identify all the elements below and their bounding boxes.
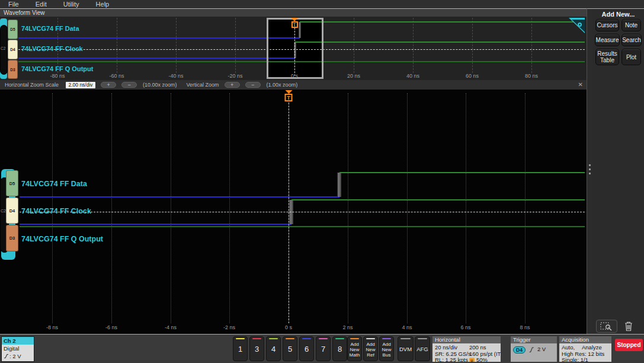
channel-badge-d3[interactable]: D3 xyxy=(6,225,18,251)
trash-button[interactable] xyxy=(623,320,634,333)
waveform-D4-high xyxy=(295,42,585,43)
trigger-title: Trigger xyxy=(511,336,557,343)
channel-4-color-stripe xyxy=(269,338,278,339)
waveform-view-title: Waveform View xyxy=(0,9,587,17)
channel-7-color-stripe xyxy=(319,338,328,339)
channel2-badge[interactable]: Ch 2 Digital : 2 V xyxy=(1,336,34,362)
rising-edge-icon xyxy=(528,346,534,353)
channel-8-button[interactable]: 8 xyxy=(332,336,347,361)
channel-label-d5[interactable]: 74LVCG74 FF Data xyxy=(21,180,87,188)
axis-tick-label: -60 ns xyxy=(104,73,130,79)
splitter-dots-icon xyxy=(589,164,591,166)
channel-5-button[interactable]: 5 xyxy=(283,336,297,361)
results-table-button[interactable]: Results Table xyxy=(595,49,619,65)
channel-label-d4[interactable]: 74LVCG74 FF Clock xyxy=(21,45,83,52)
waveform-D5-low xyxy=(20,196,339,198)
cursors-button[interactable]: Cursors xyxy=(595,19,619,31)
menu-file[interactable]: File xyxy=(8,1,19,8)
axis-tick-label: 0 s xyxy=(281,73,307,79)
note-button[interactable]: Note xyxy=(621,19,641,31)
channel2-threshold: : 2 V xyxy=(9,352,21,360)
axis-tick-label: 40 ns xyxy=(400,73,426,79)
add-new-bus-button[interactable]: Add New Bus xyxy=(379,336,394,361)
measure-button[interactable]: Measure xyxy=(595,34,620,46)
channel-badge-d4[interactable]: D4 xyxy=(8,40,18,59)
axis-tick-label: -20 ns xyxy=(222,73,248,79)
waveform-view: Waveform View -80 ns-60 ns-40 ns-20 ns0 … xyxy=(0,8,587,334)
trigger-level-line[interactable] xyxy=(20,212,585,212)
horizontal-zoom-scale-value[interactable]: 2.00 ns/div xyxy=(66,82,95,88)
vertical-zoom-factor: (1.00x zoom) xyxy=(267,82,298,88)
trigger-source-badge: D4 xyxy=(513,346,526,354)
channel-6-color-stripe xyxy=(302,338,311,339)
channel-6-button[interactable]: 6 xyxy=(299,336,314,361)
zoomed-waveform-view[interactable]: -8 ns-6 ns-4 ns-2 ns0 s2 ns4 ns6 ns8 ns … xyxy=(0,90,587,334)
waveform-D5-low xyxy=(18,37,300,39)
plot-button[interactable]: Plot xyxy=(621,49,641,65)
channel-badge-d4[interactable]: D4 xyxy=(6,198,18,224)
channel-badge-d5[interactable]: D5 xyxy=(6,170,18,196)
trigger-marker[interactable]: T xyxy=(285,90,293,101)
waveform-D4-low xyxy=(20,224,291,225)
channel-label-d5[interactable]: 74LVCG74 FF Data xyxy=(21,25,79,32)
horizontal-zoom-plus-button[interactable]: + xyxy=(101,82,116,88)
add-new-ref-button[interactable]: Add New Ref xyxy=(363,336,378,361)
splitter-dots-icon xyxy=(589,168,591,170)
menu-utility[interactable]: Utility xyxy=(63,1,79,8)
trash-icon xyxy=(624,321,633,332)
axis-tick-label: 6 ns xyxy=(453,324,479,330)
add-new-panel: Add New... Cursors Note Measure Search R… xyxy=(592,8,644,334)
channel-label-d3[interactable]: 74LVCG74 FF Q Output xyxy=(21,235,103,243)
horizontal-title: Horizontal xyxy=(432,336,501,343)
bus-color-stripe xyxy=(382,338,391,339)
box-zoom-tool-button[interactable] xyxy=(596,320,617,333)
trigger-t-icon: T xyxy=(285,94,293,101)
vertical-zoom-plus-button[interactable]: + xyxy=(225,82,240,88)
channel-7-button[interactable]: 7 xyxy=(316,336,331,361)
menu-edit[interactable]: Edit xyxy=(36,1,47,8)
axis-tick-label: -4 ns xyxy=(158,324,184,330)
channel-label-d4[interactable]: 74LVCG74 FF Clock xyxy=(21,207,91,215)
run-stop-status-button[interactable]: Stopped xyxy=(615,339,643,351)
channel-8-color-stripe xyxy=(335,338,344,339)
vertical-zoom-label: Vertical Zoom xyxy=(187,82,219,88)
vertical-zoom-minus-button[interactable]: − xyxy=(245,82,261,88)
channel-badge-d5[interactable]: D5 xyxy=(8,20,18,39)
zoom-close-icon[interactable]: ✕ xyxy=(578,81,583,88)
channel-4-button[interactable]: 4 xyxy=(266,336,281,361)
afg-stripe xyxy=(418,338,427,339)
panel-splitter[interactable] xyxy=(587,8,592,334)
channel2-name: Ch 2 xyxy=(2,337,34,345)
trigger-marker[interactable]: T xyxy=(291,18,298,28)
axis-tick-label: 80 ns xyxy=(518,73,544,79)
axis-tick-label: 8 ns xyxy=(512,324,538,330)
channel-label-d3[interactable]: 74LVCG74 FF Q Output xyxy=(21,65,93,72)
horizontal-settings-badge[interactable]: Horizontal 20 ns/div200 ns SR: 6.25 GS/s… xyxy=(432,336,501,362)
add-new-math-button[interactable]: Add New Math xyxy=(347,336,362,361)
horizontal-zoom-minus-button[interactable]: − xyxy=(121,82,137,88)
channel-1-color-stripe xyxy=(236,338,245,339)
search-button[interactable]: Search xyxy=(621,34,642,46)
afg-button[interactable]: AFG xyxy=(415,336,430,361)
channel-1-button[interactable]: 1 xyxy=(233,336,248,361)
oscilloscope-app: File Edit Utility Help Waveform View -80… xyxy=(0,0,644,363)
group-label: C2 xyxy=(1,209,6,213)
channel-badge-d3[interactable]: D3 xyxy=(8,60,18,79)
threshold-edge-icon xyxy=(4,354,9,359)
waveform-D3-high xyxy=(20,226,585,227)
acquisition-settings-badge[interactable]: Acquisition Auto,Analyze High Res: 12 bi… xyxy=(559,336,611,362)
channel-5-color-stripe xyxy=(286,338,294,339)
ref-color-stripe xyxy=(366,338,375,339)
channel-3-button[interactable]: 3 xyxy=(249,336,264,361)
math-color-stripe xyxy=(350,338,359,339)
acquisition-title: Acquisition xyxy=(559,336,611,343)
axis-tick-label: -2 ns xyxy=(216,324,242,330)
menu-help[interactable]: Help xyxy=(96,1,110,8)
settings-bar: Ch 2 Digital : 2 V 1 3 4 5 xyxy=(0,334,644,363)
horizontal-zoom-scale-label: Horizontal Zoom Scale xyxy=(5,82,59,88)
draw-a-box-zoom-icon-circle xyxy=(578,23,582,27)
dvm-button[interactable]: DVM xyxy=(398,336,414,361)
waveform-D5-high xyxy=(300,21,585,23)
waveform-overview[interactable]: -80 ns-60 ns-40 ns-20 ns0 s20 ns40 ns60 … xyxy=(0,17,587,80)
trigger-settings-badge[interactable]: Trigger D4 2 V xyxy=(511,336,557,362)
